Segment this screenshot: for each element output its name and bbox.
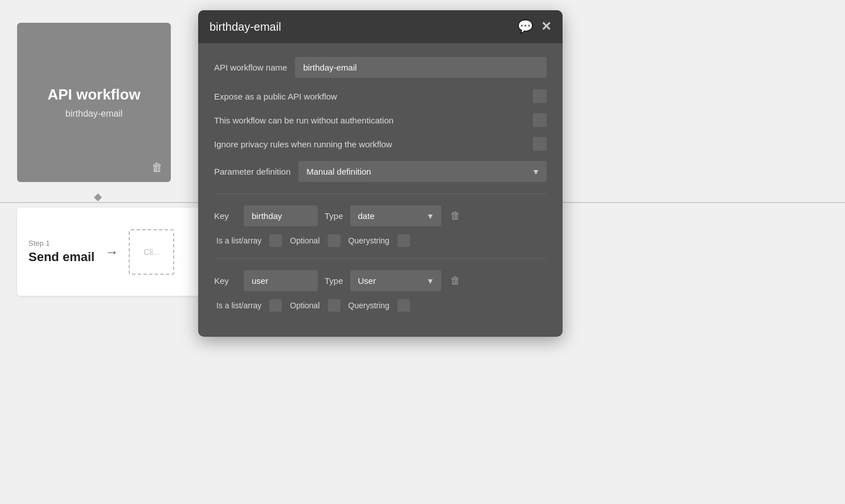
param-section-user: Key Type User date text number ▼ 🗑 Is a … (214, 270, 547, 312)
param-user-key-label: Key (214, 276, 237, 286)
step-info: Step 1 Send email (28, 239, 95, 265)
workflow-card-trash-icon[interactable]: 🗑 (151, 161, 163, 174)
param-birthday-is-list-label: Is a list/array (216, 236, 261, 245)
param-user-querystring-checkbox[interactable] (397, 299, 410, 312)
param-birthday-key-label: Key (214, 211, 237, 221)
step-number: Step 1 (28, 239, 95, 247)
no-auth-label: This workflow can be run without authent… (214, 115, 524, 125)
param-birthday-querystring-checkbox[interactable] (397, 234, 410, 247)
param-birthday-type-select[interactable]: date text number User (350, 205, 441, 226)
param-birthday-trash-icon[interactable]: 🗑 (450, 210, 461, 222)
param-birthday-is-list-checkbox[interactable] (269, 234, 282, 247)
param-birthday-meta-row: Is a list/array Optional Querystring (214, 234, 547, 247)
ignore-privacy-checkbox[interactable] (533, 137, 547, 151)
expose-api-label: Expose as a public API workflow (214, 92, 524, 101)
step-container: Step 1 Send email → Cli... (17, 208, 211, 296)
expose-api-checkbox[interactable] (533, 89, 547, 103)
workflow-card[interactable]: API workflow birthday-email 🗑 (17, 23, 171, 182)
parameter-definition-select[interactable]: Manual definition Detect from data (298, 161, 547, 182)
workflow-card-title: API workflow (47, 86, 140, 104)
divider-2 (214, 258, 547, 259)
param-section-birthday: Key Type date text number User ▼ 🗑 Is a … (214, 205, 547, 247)
divider-1 (214, 193, 547, 194)
comment-icon[interactable]: 💬 (518, 19, 533, 34)
param-user-row: Key Type User date text number ▼ 🗑 (214, 270, 547, 291)
api-workflow-name-label: API workflow name (214, 63, 287, 72)
param-user-type-wrapper: User date text number ▼ (350, 270, 441, 291)
param-user-type-label: Type (325, 276, 343, 286)
expose-api-row: Expose as a public API workflow (214, 89, 547, 103)
param-birthday-optional-checkbox[interactable] (328, 234, 341, 247)
step-arrow-icon: → (105, 244, 118, 260)
no-auth-checkbox[interactable] (533, 113, 547, 127)
panel-body: API workflow name Expose as a public API… (198, 43, 563, 337)
param-user-is-list-label: Is a list/array (216, 301, 261, 310)
ignore-privacy-row: Ignore privacy rules when running the wo… (214, 137, 547, 151)
api-workflow-name-input[interactable] (295, 57, 547, 78)
workflow-card-subtitle: birthday-email (65, 109, 122, 119)
panel-header: birthday-email 💬 ✕ (198, 10, 563, 43)
param-birthday-key-input[interactable] (244, 205, 318, 226)
api-workflow-name-row: API workflow name (214, 57, 547, 78)
param-birthday-type-wrapper: date text number User ▼ (350, 205, 441, 226)
parameter-definition-label: Parameter definition (214, 167, 290, 176)
param-birthday-querystring-label: Querystring (348, 236, 389, 245)
param-user-querystring-label: Querystring (348, 301, 389, 310)
ignore-privacy-label: Ignore privacy rules when running the wo… (214, 139, 524, 149)
panel-title: birthday-email (210, 20, 281, 34)
param-birthday-type-label: Type (325, 211, 343, 221)
step-click-box[interactable]: Cli... (129, 229, 174, 275)
param-user-optional-checkbox[interactable] (328, 299, 341, 312)
panel: birthday-email 💬 ✕ API workflow name Exp… (198, 10, 563, 337)
panel-header-actions: 💬 ✕ (518, 19, 551, 34)
param-user-trash-icon[interactable]: 🗑 (450, 275, 461, 287)
no-auth-row: This workflow can be run without authent… (214, 113, 547, 127)
param-user-type-select[interactable]: User date text number (350, 270, 441, 291)
param-user-is-list-checkbox[interactable] (269, 299, 282, 312)
param-birthday-optional-label: Optional (290, 236, 319, 245)
parameter-definition-row: Parameter definition Manual definition D… (214, 161, 547, 182)
close-icon[interactable]: ✕ (541, 19, 551, 34)
parameter-definition-select-wrapper: Manual definition Detect from data ▼ (298, 161, 547, 182)
step-name: Send email (28, 250, 95, 265)
param-user-key-input[interactable] (244, 270, 318, 291)
param-birthday-row: Key Type date text number User ▼ 🗑 (214, 205, 547, 226)
param-user-optional-label: Optional (290, 301, 319, 310)
param-user-meta-row: Is a list/array Optional Querystring (214, 299, 547, 312)
